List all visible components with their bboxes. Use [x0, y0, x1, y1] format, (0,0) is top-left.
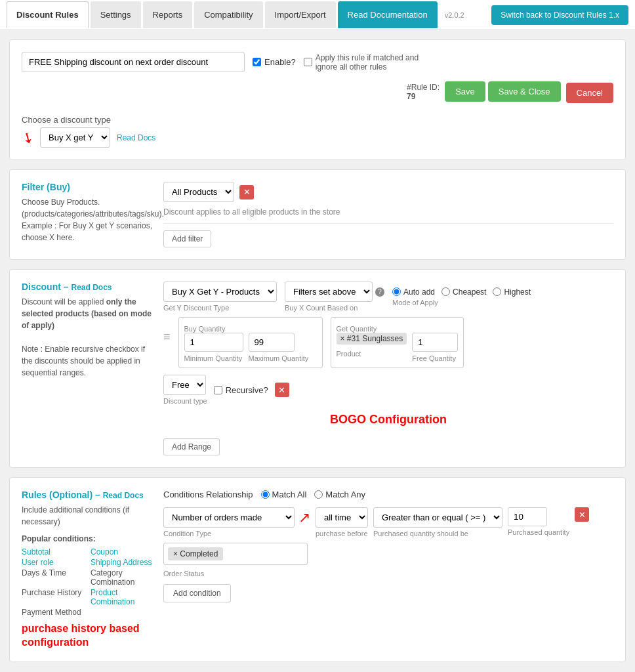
main-content: Enable? Apply this rule if matched and i… [0, 30, 635, 672]
add-range-button[interactable]: Add Range [163, 438, 220, 455]
purchase-before-block: all time purchase before [316, 507, 368, 537]
tab-read-documentation[interactable]: Read Documentation [338, 1, 438, 28]
qty-should-be-select[interactable]: Greater than or equal ( >= ) [373, 507, 502, 528]
purchase-before-select[interactable]: all time [316, 507, 368, 528]
pop-product-combo[interactable]: Product Combination [91, 588, 153, 606]
add-filter-button[interactable]: Add filter [163, 230, 211, 247]
apply-rule-label[interactable]: Apply this rule if matched and ignore al… [304, 53, 435, 72]
enable-checkbox[interactable] [253, 58, 261, 66]
filter-card: Filter (Buy) Choose Buy Products. (produ… [9, 169, 626, 260]
min-qty-label: Minimum Quantity [184, 354, 243, 362]
buy-qty-inputs: Minimum Quantity Maximum Quantity [184, 333, 317, 362]
recursive-checkbox[interactable] [214, 386, 222, 394]
tab-import-export[interactable]: Import/Export [265, 1, 336, 28]
buy-x-label: Buy X Count Based on [285, 304, 384, 312]
match-any-label[interactable]: Match Any [314, 490, 365, 499]
discount-top-row: Buy X Get Y - Products Get Y Discount Ty… [163, 282, 613, 312]
status-tag: × Completed [168, 547, 223, 560]
mode-cheapest[interactable]: Cheapest [441, 287, 486, 297]
read-docs-link[interactable]: Read Docs [117, 133, 155, 142]
product-block: × #31 Sunglasses Product [337, 333, 407, 358]
condition-type-select[interactable]: Number of orders made [163, 507, 295, 528]
qty-should-be-block: Greater than or equal ( >= ) Purchased q… [373, 507, 502, 537]
mode-auto-add[interactable]: Auto add [392, 287, 435, 297]
product-label: Product [337, 350, 407, 358]
get-y-type-select[interactable]: Buy X Get Y - Products [163, 282, 277, 302]
purchase-history-annotation: purchase history basedconfiguration [22, 622, 153, 650]
add-condition-button[interactable]: Add condition [163, 584, 231, 602]
tab-reports[interactable]: Reports [143, 1, 193, 28]
discount-bottom-row: Free Discount type Recursive? ✕ [163, 375, 613, 405]
save-close-button[interactable]: Save & Close [488, 81, 561, 102]
match-all-radio[interactable] [261, 490, 270, 499]
max-qty-label: Maximum Quantity [249, 354, 309, 362]
get-y-block: Buy X Get Y - Products Get Y Discount Ty… [163, 282, 277, 312]
max-qty-block: Maximum Quantity [249, 333, 309, 362]
discount-right: Buy X Get Y - Products Get Y Discount Ty… [163, 282, 613, 455]
condition-type-block: Number of orders made ↗ Condition Type [163, 507, 310, 537]
rules-right: Conditions Relationship Match All Match … [163, 490, 613, 650]
mode-auto-add-radio[interactable] [392, 287, 401, 296]
cancel-button[interactable]: Cancel [566, 83, 613, 103]
mode-cheapest-radio[interactable] [441, 287, 450, 296]
remove-range-button[interactable]: ✕ [275, 383, 289, 397]
tab-compatibility[interactable]: Compatibility [194, 1, 262, 28]
enable-label[interactable]: Enable? [253, 57, 296, 67]
discount-read-docs[interactable]: Read Docs [71, 283, 112, 292]
mode-cheapest-label: Cheapest [453, 287, 486, 297]
red-arrow-condition-icon: ↗ [298, 509, 310, 526]
mode-highest[interactable]: Highest [493, 287, 531, 297]
popular-title: Popular conditions: [22, 534, 153, 543]
discount-type-block: Free Discount type [163, 375, 207, 405]
tab-discount-rules[interactable]: Discount Rules [7, 1, 89, 28]
remove-condition-button[interactable]: ✕ [575, 507, 589, 522]
rule-name-input[interactable] [22, 52, 245, 72]
match-all-label[interactable]: Match All [261, 490, 307, 499]
info-icon: ? [375, 287, 384, 297]
free-qty-input[interactable] [412, 333, 458, 352]
pop-purchase-history: Purchase History [22, 588, 84, 606]
min-qty-input[interactable] [184, 333, 243, 352]
rule-id-label: #Rule ID: 79 [407, 83, 440, 101]
discount-desc: Discount will be applied only the select… [22, 296, 153, 379]
top-nav: Discount Rules Settings Reports Compatib… [0, 0, 635, 30]
filter-type-select[interactable]: All Products [163, 182, 234, 202]
remove-filter-button[interactable]: ✕ [239, 185, 254, 200]
discount-type-label: Choose a discount type [22, 115, 613, 125]
match-any-radio[interactable] [314, 490, 323, 499]
pop-shipping-address[interactable]: Shipping Address [91, 558, 153, 567]
rules-title: Rules (Optional) – Read Docs [22, 490, 153, 500]
save-button[interactable]: Save [445, 81, 485, 102]
get-y-label: Get Y Discount Type [163, 304, 277, 312]
purchased-qty-block: Purchased quantity [508, 507, 569, 536]
buy-qty-block: Buy Quantity Minimum Quantity Maximum Qu… [178, 317, 323, 368]
enable-text: Enable? [264, 57, 296, 67]
switch-back-button[interactable]: Switch back to Discount Rules 1.x [491, 5, 628, 25]
popular-grid: Subtotal Coupon User role Shipping Addre… [22, 547, 153, 617]
recursive-label[interactable]: Recursive? [214, 385, 268, 395]
bogo-title: BOGO Configuration [163, 413, 613, 427]
pop-subtotal[interactable]: Subtotal [22, 547, 84, 556]
purchased-qty-input[interactable] [508, 507, 547, 526]
get-qty-group: Get Quantity × #31 Sunglasses Product [331, 317, 464, 368]
pop-user-role[interactable]: User role [22, 558, 84, 567]
recursive-text: Recursive? [226, 385, 268, 395]
condition-type-label: Condition Type [163, 530, 310, 537]
min-qty-block: Minimum Quantity [184, 333, 243, 362]
pop-days-time: Days & Time [22, 568, 84, 587]
max-qty-input[interactable] [249, 333, 295, 352]
apply-checkbox[interactable] [304, 58, 312, 66]
filter-desc: Choose Buy Products. (products/categorie… [22, 196, 153, 243]
discount-type-select[interactable]: Buy X get Y [40, 127, 110, 148]
mode-label: Mode of Apply [392, 299, 531, 306]
match-any-text: Match Any [325, 490, 365, 499]
tab-settings[interactable]: Settings [91, 1, 141, 28]
btn-row: Save Save & Close [445, 81, 560, 102]
pop-coupon[interactable]: Coupon [91, 547, 153, 556]
rules-read-docs[interactable]: Read Docs [103, 491, 144, 500]
buy-x-select[interactable]: Filters set above [285, 282, 373, 302]
mode-highest-radio[interactable] [493, 287, 501, 296]
bogo-config-row: ≡ Buy Quantity Minimum Quantity [163, 317, 613, 368]
discount-type-select2[interactable]: Free [163, 375, 206, 395]
popular-links: Popular conditions: Subtotal Coupon User… [22, 534, 153, 617]
